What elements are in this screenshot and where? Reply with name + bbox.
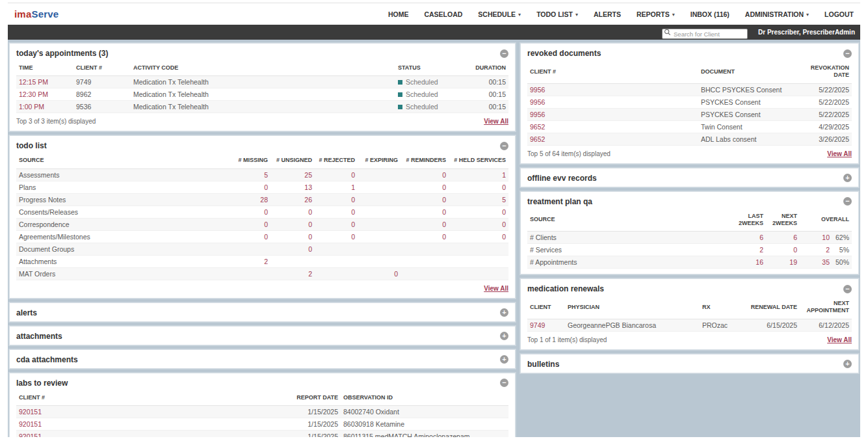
cell-link[interactable]: 0 [264, 208, 268, 216]
cell-link[interactable]: 0 [308, 245, 312, 253]
expand-icon[interactable]: + [500, 332, 508, 340]
cell-held[interactable]: 1 [449, 168, 508, 181]
overall-count[interactable]: 2 [802, 246, 830, 254]
cell-reminders[interactable]: 0 [401, 181, 449, 193]
nav-item-todo-list[interactable]: TODO LIST▾ [536, 10, 578, 18]
cell-held[interactable]: 0 [449, 206, 508, 218]
cell-time[interactable]: 12:15 PM [16, 76, 73, 88]
cell-link[interactable]: 26 [304, 196, 312, 204]
cell-link[interactable]: 0 [351, 220, 355, 228]
cell-link[interactable]: 28 [260, 196, 268, 204]
cell-link[interactable]: 0 [308, 208, 312, 216]
expand-icon[interactable]: + [843, 174, 852, 182]
cell-held[interactable] [449, 243, 508, 255]
cell-link[interactable]: 0 [442, 171, 446, 179]
cell-missing[interactable]: 0 [230, 181, 270, 193]
cell-next[interactable]: 6 [766, 232, 800, 244]
cell-link[interactable]: 920151 [19, 408, 42, 416]
cell-client[interactable]: 9652 [527, 120, 698, 133]
nav-item-caseload[interactable]: CASELOAD [424, 10, 462, 18]
cell-held[interactable]: 0 [449, 181, 508, 193]
cell-link[interactable]: 12:30 PM [19, 90, 48, 98]
cell-expiring[interactable]: 0 [358, 267, 401, 280]
cell-held[interactable]: 0 [449, 230, 508, 243]
cell-link[interactable]: 5 [502, 196, 506, 204]
cell-time[interactable]: 12:30 PM [16, 88, 73, 101]
cell-reminders[interactable]: 0 [401, 193, 449, 206]
cell-client[interactable]: 9749 [527, 319, 565, 331]
cell-link[interactable]: 13 [304, 183, 312, 191]
cell-unsigned[interactable] [270, 255, 315, 267]
cell-link[interactable]: 0 [442, 220, 446, 228]
cell-link[interactable]: 9749 [530, 321, 545, 329]
cell-time[interactable]: 1:00 PM [16, 101, 73, 113]
cell-rejected[interactable]: 0 [315, 193, 358, 206]
cell-reminders[interactable] [401, 255, 449, 267]
view-all-link[interactable]: View All [484, 285, 508, 292]
cell-link[interactable]: 5 [264, 171, 268, 179]
cell-rejected[interactable]: 0 [315, 218, 358, 230]
nav-item-inbox-116[interactable]: INBOX (116) [690, 10, 730, 18]
cell-link[interactable]: 920151 [19, 420, 42, 428]
panel-header[interactable]: alerts + [10, 303, 515, 321]
cell-client[interactable]: 920151 [16, 418, 285, 430]
cell-next[interactable]: 0 [766, 244, 800, 256]
nav-item-logout[interactable]: LOGOUT [824, 10, 854, 18]
cell-link[interactable]: 2 [759, 246, 763, 254]
cell-missing[interactable]: 28 [230, 193, 270, 206]
cell-client[interactable]: 9652 [527, 133, 698, 145]
expand-icon[interactable]: + [843, 360, 852, 368]
cell-rejected[interactable] [315, 255, 358, 267]
cell-next[interactable]: 19 [766, 256, 800, 269]
cell-unsigned[interactable]: 0 [270, 206, 315, 218]
cell-unsigned[interactable]: 0 [270, 243, 315, 255]
panel-header[interactable]: treatment plan qa − [521, 192, 858, 210]
view-all-link[interactable]: View All [827, 336, 852, 343]
cell-expiring[interactable] [358, 193, 401, 206]
cell-expiring[interactable] [358, 168, 401, 181]
cell-unsigned[interactable]: 2 [270, 267, 315, 280]
cell-missing[interactable]: 0 [230, 218, 270, 230]
cell-link[interactable]: 9652 [530, 123, 545, 131]
collapse-icon[interactable]: − [500, 379, 508, 387]
cell-unsigned[interactable]: 0 [270, 230, 315, 243]
cell-rejected[interactable] [315, 243, 358, 255]
cell-link[interactable]: 0 [264, 233, 268, 241]
cell-held[interactable] [449, 267, 508, 280]
collapse-icon[interactable]: − [843, 197, 852, 206]
cell-link[interactable]: 0 [793, 246, 797, 254]
cell-expiring[interactable] [358, 230, 401, 243]
cell-link[interactable]: 6 [759, 234, 763, 241]
cell-link[interactable]: 6 [793, 234, 797, 241]
cell-link[interactable]: 0 [351, 196, 355, 204]
nav-item-reports[interactable]: REPORTS▾ [637, 10, 675, 18]
expand-icon[interactable]: + [500, 308, 508, 317]
nav-item-home[interactable]: HOME [388, 10, 409, 18]
cell-link[interactable]: 12:15 PM [19, 78, 48, 86]
cell-unsigned[interactable]: 13 [270, 181, 315, 193]
cell-link[interactable]: 19 [789, 258, 797, 266]
cell-last[interactable]: 16 [732, 256, 766, 269]
cell-rejected[interactable]: 0 [315, 230, 358, 243]
panel-header[interactable]: offline evv records + [521, 168, 858, 187]
cell-expiring[interactable] [358, 181, 401, 193]
cell-link[interactable]: 920151 [19, 433, 42, 437]
view-all-link[interactable]: View All [827, 150, 852, 157]
cell-rejected[interactable]: 0 [315, 168, 358, 181]
cell-reminders[interactable]: 0 [401, 168, 449, 181]
nav-item-schedule[interactable]: SCHEDULE▾ [478, 10, 521, 18]
cell-link[interactable]: 0 [502, 183, 506, 191]
cell-link[interactable]: 0 [502, 233, 506, 241]
panel-header[interactable]: labs to review − [10, 373, 515, 392]
cell-link[interactable]: 9956 [530, 98, 545, 106]
cell-link[interactable]: 9956 [530, 86, 545, 94]
cell-link[interactable]: 0 [442, 233, 446, 241]
cell-client[interactable]: 9956 [527, 96, 698, 108]
cell-expiring[interactable] [358, 243, 401, 255]
overall-count[interactable]: 10 [802, 234, 830, 241]
cell-missing[interactable] [230, 243, 270, 255]
panel-header[interactable]: bulletins + [521, 354, 858, 373]
cell-reminders[interactable] [401, 243, 449, 255]
cell-link[interactable]: 0 [502, 208, 506, 216]
cell-link[interactable]: 0 [442, 208, 446, 216]
